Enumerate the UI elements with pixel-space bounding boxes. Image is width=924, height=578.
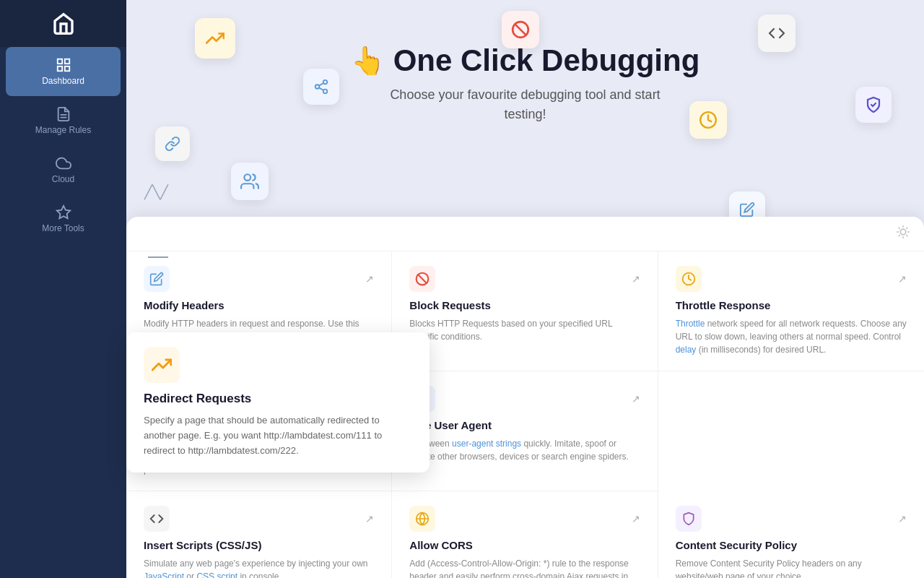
- sidebar-item-more-tools[interactable]: More Tools: [0, 194, 126, 243]
- allow-cors-desc: Add (Access-Control-Allow-Origin: *) rul…: [409, 557, 640, 578]
- insert-scripts-expand: ↗: [365, 513, 374, 525]
- svg-line-23: [899, 236, 899, 236]
- sidebar-more-tools-label: More Tools: [42, 223, 84, 233]
- tools-header: [126, 217, 924, 251]
- insert-scripts-name: Insert Scripts (CSS/JS): [144, 539, 374, 551]
- sidebar-dashboard-label: Dashboard: [42, 76, 84, 86]
- allow-cors-icon: [409, 506, 435, 532]
- floating-icon-link: [155, 126, 190, 161]
- hero-title: One Click Debugging: [393, 43, 700, 78]
- throttle-response-name: Throttle Response: [676, 299, 907, 311]
- user-agent-desc: ...between user-agent strings quickly. I…: [409, 437, 640, 463]
- sidebar-item-manage-rules[interactable]: Manage Rules: [0, 96, 126, 145]
- tool-card-insert-scripts[interactable]: ↗ Insert Scripts (CSS/JS) Simulate any w…: [126, 491, 392, 578]
- hero-hand-icon: 👆: [351, 45, 385, 77]
- insert-scripts-icon: [144, 506, 170, 532]
- redirect-requests-tooltip: Redirect Requests Specify a page that sh…: [126, 332, 430, 473]
- svg-line-19: [899, 228, 899, 228]
- svg-line-6: [515, 24, 526, 35]
- svg-rect-9: [57, 59, 61, 64]
- svg-point-8: [244, 174, 250, 181]
- svg-point-16: [900, 229, 906, 235]
- tool-card-csp[interactable]: ↗ Content Security Policy Remove Content…: [658, 491, 924, 578]
- block-requests-icon: [409, 266, 435, 292]
- sidebar-item-cloud[interactable]: Cloud: [0, 145, 126, 194]
- sidebar-item-dashboard[interactable]: Dashboard: [6, 47, 121, 96]
- block-requests-desc: Blocks HTTP Requests based on your speci…: [409, 317, 640, 343]
- tool-card-throttle-response[interactable]: ↗ Throttle Response Throttle network spe…: [658, 251, 924, 371]
- tool-card-user-agent[interactable]: ↗ ...ge User Agent ...between user-agent…: [392, 371, 658, 491]
- tooltip-desc: Specify a page that should be automatica…: [144, 413, 412, 458]
- throttle-response-desc: Throttle network speed for all network r…: [676, 317, 907, 356]
- tool-card-block-requests[interactable]: ↗ Block Requests Blocks HTTP Requests ba…: [392, 251, 658, 371]
- modify-headers-icon: [144, 266, 170, 292]
- csp-icon: [676, 506, 702, 532]
- modify-headers-expand: ↗: [365, 273, 374, 285]
- block-requests-name: Block Requests: [409, 299, 640, 311]
- csp-desc: Remove Content Security Policy headers o…: [676, 557, 907, 578]
- floating-icon-users: [231, 163, 269, 200]
- csp-name: Content Security Policy: [676, 539, 907, 551]
- svg-rect-12: [57, 66, 61, 71]
- insert-scripts-desc: Simulate any web page's experience by in…: [144, 557, 374, 578]
- user-agent-name: ...ge User Agent: [409, 419, 640, 431]
- sidebar: Dashboard Manage Rules Cloud More Tools: [0, 0, 126, 578]
- user-agent-expand: ↗: [632, 393, 640, 405]
- svg-line-26: [418, 275, 427, 283]
- sidebar-logo: [0, 0, 126, 47]
- hero-section: 👆 One Click Debugging Choose your favour…: [126, 43, 924, 124]
- csp-expand: ↗: [898, 513, 907, 525]
- throttle-response-expand: ↗: [898, 273, 907, 285]
- allow-cors-name: Allow CORS: [409, 539, 640, 551]
- allow-cors-expand: ↗: [632, 513, 640, 525]
- hero-subtitle: Choose your favourite debugging tool and…: [126, 85, 924, 124]
- sidebar-manage-rules-label: Manage Rules: [35, 125, 91, 135]
- throttle-response-icon: [676, 266, 702, 292]
- tool-card-allow-cors[interactable]: ↗ Allow CORS Add (Access-Control-Allow-O…: [392, 491, 658, 578]
- deco-line: [148, 256, 168, 258]
- tooltip-title: Redirect Requests: [144, 392, 412, 406]
- tooltip-icon: [144, 347, 180, 383]
- block-requests-expand: ↗: [632, 273, 640, 285]
- theme-toggle-button[interactable]: [897, 225, 910, 242]
- deco-zigzag: ╱╲╱: [144, 184, 168, 200]
- svg-rect-10: [64, 59, 69, 64]
- modify-headers-name: Modify Headers: [144, 299, 374, 311]
- svg-rect-11: [64, 66, 69, 71]
- svg-line-24: [907, 228, 907, 228]
- svg-marker-15: [56, 206, 69, 218]
- svg-line-20: [907, 236, 907, 236]
- sidebar-cloud-label: Cloud: [52, 174, 74, 184]
